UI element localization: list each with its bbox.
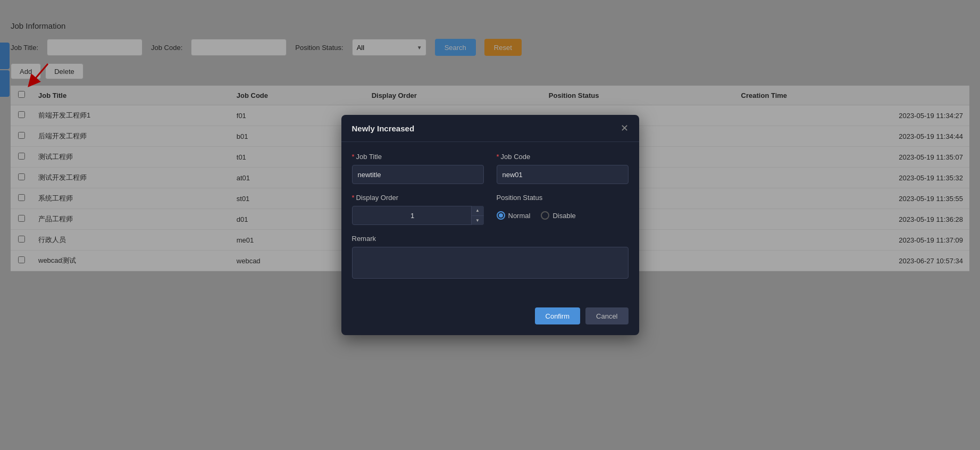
spinner-down-button[interactable]: ▼ [472, 216, 484, 226]
form-row-3: Remark [352, 235, 629, 281]
cancel-button[interactable]: Cancel [585, 307, 628, 324]
radio-normal-label: Normal [508, 212, 531, 220]
display-order-spinner: ▲ ▼ [352, 206, 484, 225]
page-background: Job Information Job Title: Job Code: Pos… [0, 0, 980, 450]
dialog-footer: Confirm Cancel [341, 301, 639, 335]
dialog-remark-label: Remark [352, 235, 629, 243]
dialog-title: Newly Increased [352, 124, 415, 133]
confirm-button[interactable]: Confirm [535, 307, 581, 324]
required-star-job-title: * [352, 153, 355, 161]
dialog-job-code-label: *Job Code [497, 153, 629, 161]
required-star-display-order: * [352, 194, 355, 202]
dialog-close-button[interactable]: ✕ [621, 123, 629, 133]
radio-group-position-status: Normal Disable [497, 206, 629, 225]
dialog-position-status-label: Position Status [497, 194, 629, 202]
radio-normal-option[interactable]: Normal [497, 211, 531, 220]
dialog-job-title-label: *Job Title [352, 153, 484, 161]
required-star-job-code: * [497, 153, 499, 161]
spinner-buttons: ▲ ▼ [471, 206, 484, 225]
spinner-up-button[interactable]: ▲ [472, 206, 484, 216]
dialog-job-code-input[interactable] [497, 165, 629, 184]
form-group-display-order: *Display Order ▲ ▼ [352, 194, 484, 225]
radio-disable-option[interactable]: Disable [541, 211, 575, 220]
radio-disable-circle [541, 211, 549, 220]
radio-disable-label: Disable [552, 212, 575, 220]
form-row-1: *Job Title *Job Code [352, 153, 629, 184]
radio-normal-circle [497, 211, 505, 220]
form-group-position-status: Position Status Normal Disable [497, 194, 629, 225]
form-group-job-title: *Job Title [352, 153, 484, 184]
dialog-job-title-input[interactable] [352, 165, 484, 184]
dialog-body: *Job Title *Job Code *Display Order [341, 142, 639, 301]
dialog-display-order-label: *Display Order [352, 194, 484, 202]
form-group-job-code: *Job Code [497, 153, 629, 184]
form-row-2: *Display Order ▲ ▼ Position Status [352, 194, 629, 225]
display-order-input[interactable] [352, 206, 484, 225]
dialog: Newly Increased ✕ *Job Title *Job Code [341, 115, 639, 335]
dialog-remark-textarea[interactable] [352, 247, 629, 279]
dialog-header: Newly Increased ✕ [341, 115, 639, 142]
form-group-remark: Remark [352, 235, 629, 281]
